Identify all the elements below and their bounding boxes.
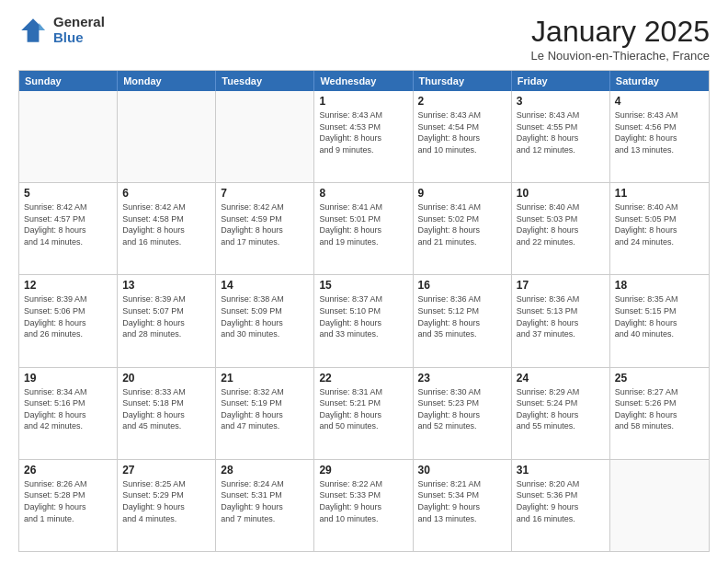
day-number: 4 [615, 95, 704, 108]
day-cell-14: 14Sunrise: 8:38 AMSunset: 5:09 PMDayligh… [216, 275, 314, 366]
day-cell-21: 21Sunrise: 8:32 AMSunset: 5:19 PMDayligh… [216, 368, 314, 459]
day-cell-3: 3Sunrise: 8:43 AMSunset: 4:55 PMDaylight… [512, 91, 610, 182]
day-cell-31: 31Sunrise: 8:20 AMSunset: 5:36 PMDayligh… [512, 460, 610, 551]
day-info: Sunrise: 8:40 AMSunset: 5:03 PMDaylight:… [517, 201, 605, 247]
day-cell-5: 5Sunrise: 8:42 AMSunset: 4:57 PMDaylight… [19, 183, 118, 274]
calendar: SundayMondayTuesdayWednesdayThursdayFrid… [18, 70, 710, 552]
day-number: 3 [517, 95, 605, 108]
day-cell-30: 30Sunrise: 8:21 AMSunset: 5:34 PMDayligh… [414, 460, 512, 551]
day-info: Sunrise: 8:25 AMSunset: 5:29 PMDaylight:… [122, 478, 210, 524]
empty-cell [610, 460, 709, 551]
day-cell-7: 7Sunrise: 8:42 AMSunset: 4:59 PMDaylight… [216, 183, 314, 274]
day-cell-26: 26Sunrise: 8:26 AMSunset: 5:28 PMDayligh… [19, 460, 118, 551]
day-cell-23: 23Sunrise: 8:30 AMSunset: 5:23 PMDayligh… [414, 368, 512, 459]
day-number: 16 [418, 279, 506, 292]
day-info: Sunrise: 8:40 AMSunset: 5:05 PMDaylight:… [615, 201, 704, 247]
week-row-5: 26Sunrise: 8:26 AMSunset: 5:28 PMDayligh… [19, 459, 709, 551]
day-number: 6 [122, 187, 210, 200]
day-info: Sunrise: 8:42 AMSunset: 4:58 PMDaylight:… [122, 201, 210, 247]
week-row-1: 1Sunrise: 8:43 AMSunset: 4:53 PMDaylight… [19, 91, 709, 182]
day-cell-9: 9Sunrise: 8:41 AMSunset: 5:02 PMDaylight… [414, 183, 512, 274]
day-cell-6: 6Sunrise: 8:42 AMSunset: 4:58 PMDaylight… [118, 183, 216, 274]
day-number: 14 [221, 279, 309, 292]
day-number: 29 [319, 464, 407, 477]
logo-blue: Blue [53, 30, 105, 46]
day-number: 30 [418, 464, 506, 477]
empty-cell [118, 91, 216, 182]
day-number: 13 [122, 279, 210, 292]
calendar-title: January 2025 [531, 15, 710, 49]
day-cell-4: 4Sunrise: 8:43 AMSunset: 4:56 PMDaylight… [610, 91, 709, 182]
day-cell-12: 12Sunrise: 8:39 AMSunset: 5:06 PMDayligh… [19, 275, 118, 366]
calendar-body: 1Sunrise: 8:43 AMSunset: 4:53 PMDaylight… [19, 91, 709, 551]
day-number: 2 [418, 95, 506, 108]
svg-marker-1 [39, 23, 44, 30]
day-info: Sunrise: 8:42 AMSunset: 4:57 PMDaylight:… [24, 201, 112, 247]
day-info: Sunrise: 8:30 AMSunset: 5:23 PMDaylight:… [418, 386, 506, 432]
day-number: 25 [615, 372, 704, 385]
day-cell-24: 24Sunrise: 8:29 AMSunset: 5:24 PMDayligh… [512, 368, 610, 459]
logo-icon [18, 16, 48, 45]
day-number: 8 [319, 187, 407, 200]
day-info: Sunrise: 8:39 AMSunset: 5:07 PMDaylight:… [122, 293, 210, 339]
day-cell-8: 8Sunrise: 8:41 AMSunset: 5:01 PMDaylight… [314, 183, 413, 274]
day-number: 19 [24, 372, 112, 385]
day-cell-22: 22Sunrise: 8:31 AMSunset: 5:21 PMDayligh… [314, 368, 413, 459]
day-info: Sunrise: 8:26 AMSunset: 5:28 PMDaylight:… [24, 478, 112, 524]
calendar-subtitle: Le Nouvion-en-Thierache, France [531, 49, 710, 63]
day-number: 10 [517, 187, 605, 200]
day-info: Sunrise: 8:43 AMSunset: 4:54 PMDaylight:… [418, 109, 506, 155]
header-cell-monday: Monday [118, 71, 216, 91]
day-number: 15 [319, 279, 407, 292]
empty-cell [19, 91, 118, 182]
day-number: 24 [517, 372, 605, 385]
day-info: Sunrise: 8:37 AMSunset: 5:10 PMDaylight:… [319, 293, 407, 339]
day-cell-11: 11Sunrise: 8:40 AMSunset: 5:05 PMDayligh… [610, 183, 709, 274]
day-cell-28: 28Sunrise: 8:24 AMSunset: 5:31 PMDayligh… [216, 460, 314, 551]
header-cell-sunday: Sunday [19, 71, 118, 91]
day-number: 9 [418, 187, 506, 200]
day-info: Sunrise: 8:35 AMSunset: 5:15 PMDaylight:… [615, 293, 704, 339]
day-info: Sunrise: 8:31 AMSunset: 5:21 PMDaylight:… [319, 386, 407, 432]
day-cell-20: 20Sunrise: 8:33 AMSunset: 5:18 PMDayligh… [118, 368, 216, 459]
day-cell-13: 13Sunrise: 8:39 AMSunset: 5:07 PMDayligh… [118, 275, 216, 366]
day-info: Sunrise: 8:41 AMSunset: 5:01 PMDaylight:… [319, 201, 407, 247]
day-number: 1 [319, 95, 407, 108]
day-info: Sunrise: 8:27 AMSunset: 5:26 PMDaylight:… [615, 386, 704, 432]
page: General Blue January 2025 Le Nouvion-en-… [0, 0, 728, 563]
day-info: Sunrise: 8:42 AMSunset: 4:59 PMDaylight:… [221, 201, 309, 247]
day-number: 28 [221, 464, 309, 477]
logo-text: General Blue [53, 15, 105, 45]
day-info: Sunrise: 8:20 AMSunset: 5:36 PMDaylight:… [517, 478, 605, 524]
day-info: Sunrise: 8:36 AMSunset: 5:12 PMDaylight:… [418, 293, 506, 339]
logo-general: General [53, 15, 105, 30]
day-number: 7 [221, 187, 309, 200]
week-row-3: 12Sunrise: 8:39 AMSunset: 5:06 PMDayligh… [19, 274, 709, 366]
day-number: 5 [24, 187, 112, 200]
day-number: 20 [122, 372, 210, 385]
empty-cell [216, 91, 314, 182]
day-info: Sunrise: 8:36 AMSunset: 5:13 PMDaylight:… [517, 293, 605, 339]
day-number: 17 [517, 279, 605, 292]
day-number: 23 [418, 372, 506, 385]
header-cell-saturday: Saturday [610, 71, 709, 91]
calendar-header-row: SundayMondayTuesdayWednesdayThursdayFrid… [19, 71, 709, 91]
day-cell-17: 17Sunrise: 8:36 AMSunset: 5:13 PMDayligh… [512, 275, 610, 366]
day-number: 11 [615, 187, 704, 200]
day-info: Sunrise: 8:24 AMSunset: 5:31 PMDaylight:… [221, 478, 309, 524]
day-cell-18: 18Sunrise: 8:35 AMSunset: 5:15 PMDayligh… [610, 275, 709, 366]
day-info: Sunrise: 8:43 AMSunset: 4:56 PMDaylight:… [615, 109, 704, 155]
day-number: 22 [319, 372, 407, 385]
day-number: 27 [122, 464, 210, 477]
day-info: Sunrise: 8:22 AMSunset: 5:33 PMDaylight:… [319, 478, 407, 524]
header-cell-wednesday: Wednesday [314, 71, 413, 91]
day-info: Sunrise: 8:38 AMSunset: 5:09 PMDaylight:… [221, 293, 309, 339]
day-info: Sunrise: 8:29 AMSunset: 5:24 PMDaylight:… [517, 386, 605, 432]
header-cell-friday: Friday [512, 71, 610, 91]
day-info: Sunrise: 8:43 AMSunset: 4:53 PMDaylight:… [319, 109, 407, 155]
day-info: Sunrise: 8:32 AMSunset: 5:19 PMDaylight:… [221, 386, 309, 432]
day-number: 12 [24, 279, 112, 292]
day-info: Sunrise: 8:43 AMSunset: 4:55 PMDaylight:… [517, 109, 605, 155]
day-cell-19: 19Sunrise: 8:34 AMSunset: 5:16 PMDayligh… [19, 368, 118, 459]
day-cell-1: 1Sunrise: 8:43 AMSunset: 4:53 PMDaylight… [314, 91, 413, 182]
